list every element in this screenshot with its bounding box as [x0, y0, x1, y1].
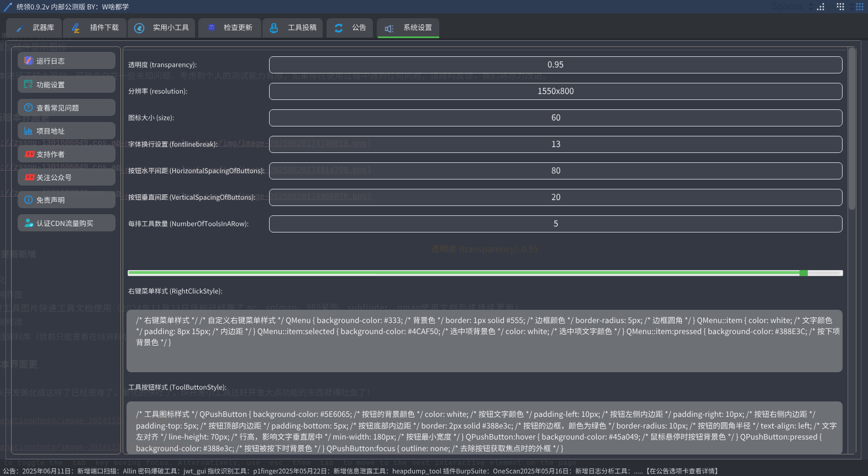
svg-text:?: ?	[27, 104, 30, 110]
